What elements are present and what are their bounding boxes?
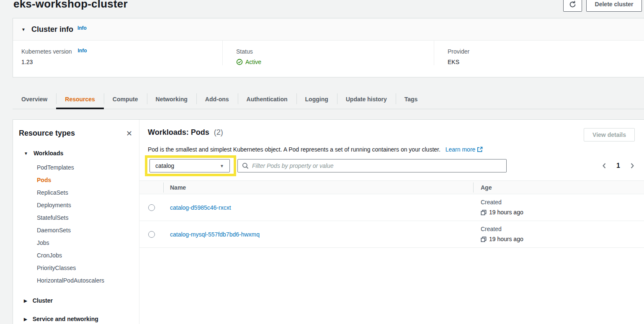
- pods-description: Pod is the smallest and simplest Kuberne…: [148, 146, 440, 153]
- next-page-icon[interactable]: [630, 162, 635, 169]
- tab-resources[interactable]: Resources: [56, 90, 104, 109]
- sidebar-item-statefulsets[interactable]: StatefulSets: [37, 211, 135, 224]
- pod-name-link[interactable]: catalog-mysql-557fdb7bd6-hwxmq: [170, 231, 260, 238]
- namespace-dropdown[interactable]: catalog ▼: [149, 159, 230, 172]
- refresh-button[interactable]: [563, 0, 582, 12]
- namespace-dropdown-value: catalog: [155, 162, 174, 169]
- sidebar-item-horizontalpodautoscalers[interactable]: HorizontalPodAutoscalers: [37, 274, 135, 287]
- tab-overview[interactable]: Overview: [13, 90, 56, 109]
- current-page-number[interactable]: 1: [616, 162, 620, 170]
- provider-field: Provider EKS: [434, 41, 644, 65]
- tab-tags[interactable]: Tags: [396, 90, 427, 109]
- cluster-info-info-link[interactable]: Info: [77, 25, 87, 31]
- row-radio-button[interactable]: [148, 204, 155, 211]
- kubernetes-version-value: 1.23: [21, 59, 222, 65]
- copy-icon[interactable]: [481, 210, 487, 216]
- resources-panel: Resource types ✕ ▼ Workloads PodTemplate…: [13, 119, 644, 324]
- tab-update-history[interactable]: Update history: [337, 90, 396, 109]
- sidebar-group-label: Service and networking: [33, 316, 98, 322]
- tab-compute[interactable]: Compute: [104, 90, 147, 109]
- sidebar-item-deployments[interactable]: Deployments: [37, 199, 135, 211]
- tab-logging[interactable]: Logging: [296, 90, 337, 109]
- kubernetes-version-label: Kubernetes version: [21, 48, 72, 55]
- resource-types-title: Resource types: [19, 129, 75, 138]
- previous-page-icon[interactable]: [602, 162, 606, 169]
- pods-table-header: Name Age: [139, 180, 644, 194]
- sidebar-item-jobs[interactable]: Jobs: [37, 237, 135, 249]
- age-created-label: Created: [481, 198, 644, 207]
- sidebar-group-workloads[interactable]: ▼ Workloads: [24, 149, 135, 158]
- status-active-icon: [236, 59, 243, 65]
- chevron-right-icon: ▶: [24, 298, 27, 303]
- pods-content: Workloads: Pods (2) View details Pod is …: [139, 120, 644, 324]
- row-radio-button[interactable]: [148, 231, 155, 238]
- age-value-text: 19 hours ago: [489, 208, 523, 217]
- table-row: catalog-mysql-557fdb7bd6-hwxmq Created 1…: [139, 221, 644, 248]
- pod-name-link[interactable]: catalog-d5985c46-rxcxt: [170, 204, 231, 211]
- sidebar-item-daemonsets[interactable]: DaemonSets: [37, 224, 135, 237]
- pods-filter-box: [237, 159, 507, 172]
- sidebar-item-cronjobs[interactable]: CronJobs: [37, 249, 135, 262]
- search-icon: [242, 162, 249, 169]
- resource-types-sidebar: Resource types ✕ ▼ Workloads PodTemplate…: [13, 120, 139, 324]
- pods-title-text: Workloads: Pods: [148, 128, 209, 136]
- status-field: Status Active: [222, 41, 434, 65]
- sidebar-item-podtemplates[interactable]: PodTemplates: [37, 161, 135, 174]
- age-value-text: 19 hours ago: [489, 235, 523, 244]
- sidebar-group-label: Workloads: [33, 150, 63, 157]
- pods-section-title: Workloads: Pods (2): [148, 128, 223, 137]
- pods-table: Name Age catalog-d5985c46-rxcxt Created …: [139, 180, 644, 248]
- chevron-down-icon: ▼: [24, 151, 28, 156]
- sidebar-group-label: Cluster: [33, 297, 53, 304]
- cluster-info-panel: ▼ Cluster info Info Kubernetes version I…: [13, 18, 644, 77]
- tab-authentication[interactable]: Authentication: [238, 90, 296, 109]
- column-header-age[interactable]: Age: [473, 184, 644, 191]
- cluster-tabs: Overview Resources Compute Networking Ad…: [13, 90, 644, 109]
- view-details-button[interactable]: View details: [584, 128, 635, 141]
- pods-filter-input[interactable]: [252, 162, 502, 169]
- provider-label: Provider: [448, 48, 644, 55]
- tab-add-ons[interactable]: Add-ons: [196, 90, 238, 109]
- dropdown-caret-icon: ▼: [220, 164, 224, 168]
- collapse-caret-icon[interactable]: ▼: [21, 27, 26, 32]
- pagination: 1: [602, 162, 635, 170]
- sidebar-group-service-and-networking[interactable]: ▶ Service and networking: [24, 314, 135, 324]
- pods-count: (2): [214, 128, 223, 136]
- sidebar-item-priorityclasses[interactable]: PriorityClasses: [37, 262, 135, 274]
- sidebar-item-replicasets[interactable]: ReplicaSets: [37, 186, 135, 199]
- chevron-right-icon: ▶: [24, 317, 27, 321]
- delete-cluster-button[interactable]: Delete cluster: [586, 0, 642, 12]
- column-header-name[interactable]: Name: [163, 184, 473, 191]
- sidebar-group-cluster[interactable]: ▶ Cluster: [24, 296, 135, 305]
- learn-more-link[interactable]: Learn more: [446, 146, 476, 153]
- status-value: Active: [245, 59, 261, 65]
- refresh-icon: [569, 0, 577, 8]
- sidebar-item-pods[interactable]: Pods: [37, 174, 135, 186]
- status-label: Status: [236, 48, 434, 55]
- cluster-info-title: Cluster info: [31, 25, 73, 34]
- age-created-label: Created: [481, 225, 644, 234]
- close-icon[interactable]: ✕: [126, 130, 132, 137]
- tab-networking[interactable]: Networking: [147, 90, 196, 109]
- page-title: eks-workshop-cluster: [13, 0, 128, 10]
- external-link-icon: [477, 147, 483, 152]
- table-row: catalog-d5985c46-rxcxt Created 19 hours …: [139, 194, 644, 221]
- kubernetes-version-info-link[interactable]: Info: [78, 48, 87, 54]
- provider-value: EKS: [448, 59, 644, 65]
- copy-icon[interactable]: [481, 237, 487, 242]
- cluster-info-header[interactable]: ▼ Cluster info Info: [13, 18, 644, 41]
- kubernetes-version-field: Kubernetes version Info 1.23: [13, 41, 222, 65]
